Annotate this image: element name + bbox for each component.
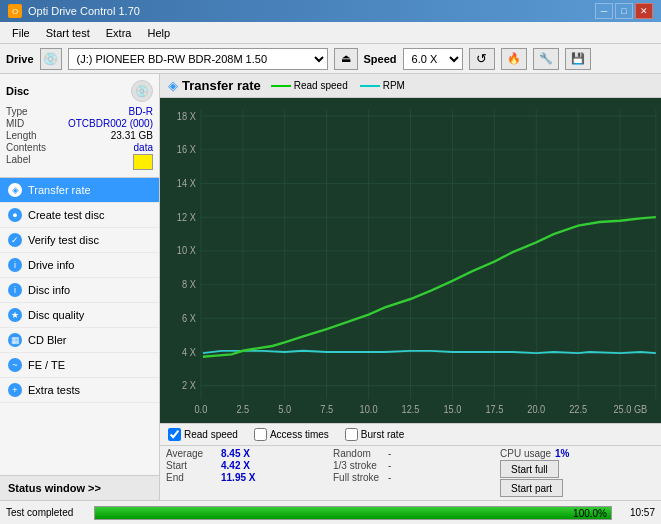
start-value: 4.42 X [221,460,250,471]
chart-controls: Read speed Access times Burst rate [160,423,661,445]
svg-text:7.5: 7.5 [320,404,333,416]
drive-icon: 💿 [40,48,62,70]
nav-extra-tests[interactable]: + Extra tests [0,378,159,403]
legend-label-read-speed: Read speed [294,80,348,91]
nav-menu: ◈ Transfer rate ● Create test disc ✓ Ver… [0,178,159,475]
sidebar: Disc 💿 Type BD-R MID OTCBDR002 (000) Len… [0,74,160,500]
drive-bar: Drive 💿 (J:) PIONEER BD-RW BDR-208M 1.50… [0,44,661,74]
menu-file[interactable]: File [4,25,38,41]
content-area: ◈ Transfer rate Read speed RPM [160,74,661,500]
svg-text:20.0: 20.0 [527,404,545,416]
nav-label-fe-te: FE / TE [28,359,65,371]
fullstroke-value: - [388,472,391,483]
window-controls: ─ □ ✕ [595,3,653,19]
stat-end-row: End 11.95 X [166,472,321,483]
drive-select[interactable]: (J:) PIONEER BD-RW BDR-208M 1.50 [68,48,328,70]
menu-start-test[interactable]: Start test [38,25,98,41]
nav-cd-bler[interactable]: ▦ CD Bler [0,328,159,353]
nav-drive-info[interactable]: i Drive info [0,253,159,278]
stat-col-1: Average 8.45 X Start 4.42 X End 11.95 X [160,446,327,500]
title-bar: O Opti Drive Control 1.70 ─ □ ✕ [0,0,661,22]
tools-button[interactable]: 🔧 [533,48,559,70]
stat-average-row: Average 8.45 X [166,448,321,459]
chart-area: 18 X 16 X 14 X 12 X 10 X 8 X 6 X 4 X 2 X… [160,98,661,423]
disc-icon[interactable]: 💿 [131,80,153,102]
nav-label-extra-tests: Extra tests [28,384,80,396]
stroke13-label: 1/3 stroke [333,460,388,471]
close-button[interactable]: ✕ [635,3,653,19]
svg-text:12.5: 12.5 [402,404,420,416]
random-label: Random [333,448,388,459]
refresh-button[interactable]: ↺ [469,48,495,70]
burst-rate-checkbox[interactable] [345,428,358,441]
nav-verify-test-disc[interactable]: ✓ Verify test disc [0,228,159,253]
read-speed-checkbox-label: Read speed [184,429,238,440]
cpu-value: 1% [555,448,569,459]
status-bar: Test completed 100.0% 10:57 [0,500,661,524]
chart-title: Transfer rate [182,78,261,93]
burst-rate-checkbox-label: Burst rate [361,429,404,440]
disc-title: Disc [6,85,29,97]
legend-rpm: RPM [360,80,405,91]
start-part-button[interactable]: Start part [500,479,563,497]
cpu-label: CPU usage [500,448,555,459]
nav-icon-verify-test-disc: ✓ [8,233,22,247]
eject-button[interactable]: ⏏ [334,48,358,70]
nav-disc-info[interactable]: i Disc info [0,278,159,303]
svg-text:10 X: 10 X [177,245,196,257]
mid-label: MID [6,118,24,129]
nav-icon-create-test-disc: ● [8,208,22,222]
svg-text:4 X: 4 X [182,346,196,358]
nav-label-disc-quality: Disc quality [28,309,84,321]
speed-select[interactable]: 6.0 X [403,48,463,70]
svg-text:6 X: 6 X [182,312,196,324]
nav-icon-extra-tests: + [8,383,22,397]
type-label: Type [6,106,28,117]
label-label: Label [6,154,30,170]
label-icon[interactable] [133,154,153,170]
access-times-checkbox[interactable] [254,428,267,441]
read-speed-checkbox-item: Read speed [168,428,238,441]
legend-color-read-speed [271,85,291,87]
chart-icon: ◈ [168,78,178,93]
nav-disc-quality[interactable]: ★ Disc quality [0,303,159,328]
fullstroke-label: Full stroke [333,472,388,483]
progress-bar-fill [95,507,611,519]
svg-text:5.0: 5.0 [278,404,291,416]
svg-text:2.5: 2.5 [236,404,249,416]
chart-legend: Read speed RPM [271,80,405,91]
main-layout: Disc 💿 Type BD-R MID OTCBDR002 (000) Len… [0,74,661,500]
svg-text:16 X: 16 X [177,144,196,156]
menu-extra[interactable]: Extra [98,25,140,41]
svg-text:14 X: 14 X [177,177,196,189]
nav-create-test-disc[interactable]: ● Create test disc [0,203,159,228]
menu-bar: File Start test Extra Help [0,22,661,44]
legend-label-rpm: RPM [383,80,405,91]
burn-button[interactable]: 🔥 [501,48,527,70]
maximize-button[interactable]: □ [615,3,633,19]
progress-text: 100.0% [573,507,607,521]
status-window-button[interactable]: Status window >> [0,475,159,500]
stat-col-2: Random - 1/3 stroke - Full stroke - [327,446,494,500]
menu-help[interactable]: Help [139,25,178,41]
start-full-button[interactable]: Start full [500,460,559,478]
save-button[interactable]: 💾 [565,48,591,70]
title-text: Opti Drive Control 1.70 [28,5,140,17]
end-value: 11.95 X [221,472,255,483]
start-label: Start [166,460,221,471]
nav-icon-transfer-rate: ◈ [8,183,22,197]
stat-startfull-row: Start full [500,460,655,478]
nav-label-transfer-rate: Transfer rate [28,184,91,196]
stat-startpart-row: Start part [500,479,655,497]
stroke13-value: - [388,460,391,471]
nav-transfer-rate[interactable]: ◈ Transfer rate [0,178,159,203]
nav-label-disc-info: Disc info [28,284,70,296]
nav-icon-fe-te: ~ [8,358,22,372]
nav-fe-te[interactable]: ~ FE / TE [0,353,159,378]
svg-text:25.0 GB: 25.0 GB [613,404,647,416]
nav-label-verify-test-disc: Verify test disc [28,234,99,246]
nav-icon-disc-info: i [8,283,22,297]
minimize-button[interactable]: ─ [595,3,613,19]
svg-text:18 X: 18 X [177,110,196,122]
read-speed-checkbox[interactable] [168,428,181,441]
